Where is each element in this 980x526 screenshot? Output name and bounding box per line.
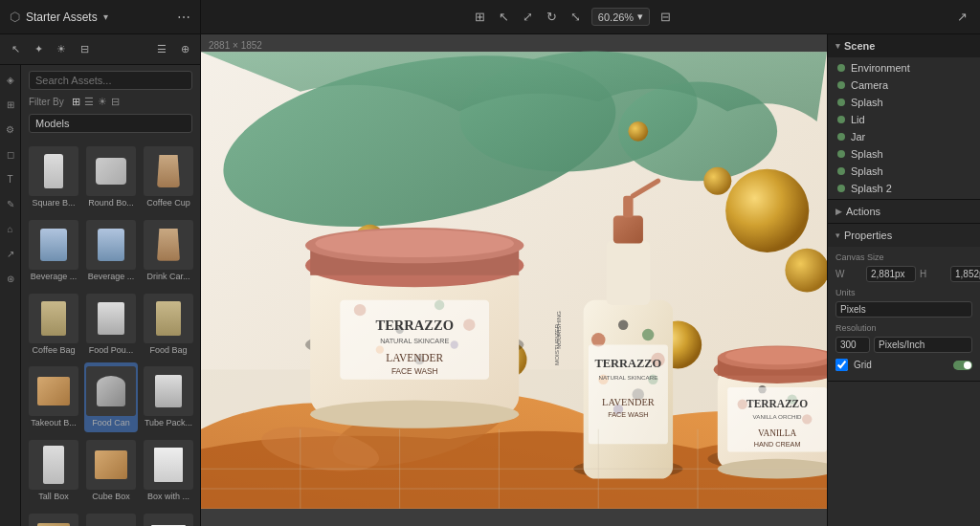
assets-grid: Square B... Round Bo... Coffee Cup Bever… bbox=[21, 139, 200, 526]
svg-point-41 bbox=[642, 329, 654, 340]
sidebar-icon-layers[interactable]: ⊞ bbox=[2, 96, 19, 113]
resolution-label: Resolution bbox=[835, 323, 972, 333]
grid-checkbox[interactable] bbox=[835, 359, 848, 371]
scene-item-0[interactable]: Environment bbox=[828, 59, 980, 77]
asset-item-beverage-2[interactable]: Beverage ... bbox=[84, 216, 138, 286]
scene-item-1[interactable]: Camera bbox=[828, 77, 980, 94]
asset-item-food-pou[interactable]: Food Pou... bbox=[84, 290, 138, 360]
canvas-width-input[interactable] bbox=[866, 266, 916, 282]
svg-point-17 bbox=[310, 401, 519, 428]
sidebar-tool-1[interactable]: ↖ bbox=[6, 40, 25, 59]
units-dropdown[interactable]: Pixels bbox=[835, 301, 972, 318]
asset-item-business[interactable]: Business ... bbox=[84, 510, 138, 526]
sidebar-icon-camera[interactable]: ⌂ bbox=[2, 220, 19, 237]
asset-item-round-bo[interactable]: Round Bo... bbox=[84, 142, 138, 212]
asset-thumb-box-with bbox=[144, 440, 193, 490]
actions-header[interactable]: ▶ Actions bbox=[828, 200, 980, 223]
scene-section: ▾ Scene Environment Camera Splash Lid Ja… bbox=[828, 34, 980, 200]
asset-label-food-pou: Food Pou... bbox=[89, 345, 134, 356]
search-input[interactable] bbox=[29, 71, 192, 90]
scene-item-3[interactable]: Lid bbox=[828, 111, 980, 128]
svg-text:FACE WASH: FACE WASH bbox=[391, 366, 438, 376]
asset-label-food-can: Food Can bbox=[92, 418, 130, 428]
asset-thumb-food-can bbox=[86, 366, 136, 416]
search-bar bbox=[21, 65, 200, 96]
asset-label-beverage-2: Beverage ... bbox=[88, 272, 135, 282]
asset-item-takeout-b[interactable]: Takeout B... bbox=[27, 362, 80, 432]
sidebar-tool-3[interactable]: ☀ bbox=[52, 40, 71, 59]
svg-point-21 bbox=[315, 230, 514, 257]
scene-item-dot-2 bbox=[837, 99, 845, 106]
scene-header[interactable]: ▾ Scene bbox=[828, 34, 980, 57]
main-layout: ↖ ✦ ☀ ⊟ ☰ ⊕ ◈ ⊞ ⚙ ◻ T ✎ ⌂ ↗ ⊛ bbox=[0, 34, 980, 526]
sidebar-icon-settings[interactable]: ⚙ bbox=[2, 121, 19, 138]
sidebar-toolbar: ↖ ✦ ☀ ⊟ ☰ ⊕ bbox=[0, 34, 200, 65]
filter-icon-grid[interactable]: ⊞ bbox=[72, 96, 80, 108]
filter-icon-image[interactable]: ⊟ bbox=[111, 96, 120, 108]
units-row: Pixels bbox=[835, 301, 972, 318]
zoom-control[interactable]: 60.26% ▾ bbox=[591, 8, 650, 26]
grid-toggle[interactable] bbox=[953, 361, 972, 370]
export-icon[interactable]: ↗ bbox=[954, 7, 970, 27]
category-dropdown[interactable]: Models bbox=[29, 114, 192, 133]
asset-item-stack-c[interactable]: Stack of C... bbox=[142, 510, 195, 526]
canvas-height-input[interactable] bbox=[950, 266, 980, 282]
sidebar-tool-4[interactable]: ⊟ bbox=[75, 40, 94, 59]
resolution-unit-dropdown[interactable]: Pixels/Inch bbox=[874, 337, 972, 353]
asset-item-drink-car[interactable]: Drink Car... bbox=[142, 216, 195, 286]
scene-item-6[interactable]: Splash bbox=[828, 163, 980, 180]
svg-point-13 bbox=[703, 167, 731, 195]
scene-item-7[interactable]: Splash 2 bbox=[828, 180, 980, 197]
asset-item-food-bag[interactable]: Food Bag bbox=[142, 290, 195, 360]
sidebar-tool-6[interactable]: ⊕ bbox=[175, 40, 194, 59]
properties-header[interactable]: ▾ Properties bbox=[828, 224, 980, 247]
rotate-icon[interactable]: ↻ bbox=[544, 7, 560, 27]
svg-point-60 bbox=[725, 347, 827, 365]
sidebar-tool-2[interactable]: ✦ bbox=[29, 40, 48, 59]
asset-item-food-can[interactable]: Food Can bbox=[84, 362, 138, 432]
asset-thumb-tied-strin bbox=[29, 514, 78, 526]
sidebar-icon-paint[interactable]: ✎ bbox=[2, 195, 19, 212]
asset-thumb-tall-box bbox=[29, 440, 78, 490]
asset-item-coffee-cup[interactable]: Coffee Cup bbox=[142, 142, 195, 212]
filter-label: Filter By bbox=[29, 97, 64, 107]
asset-item-tied-strin[interactable]: Tied Strin... bbox=[27, 510, 80, 526]
scene-item-dot-6 bbox=[837, 167, 845, 175]
sidebar-tool-5[interactable]: ☰ bbox=[152, 40, 171, 59]
asset-item-coffee-bag[interactable]: Coffee Bag bbox=[27, 290, 80, 360]
resolution-input[interactable] bbox=[835, 337, 870, 353]
asset-item-tall-box[interactable]: Tall Box bbox=[27, 436, 80, 506]
more-options-button[interactable]: ⋯ bbox=[177, 10, 190, 25]
width-label: W bbox=[835, 269, 862, 279]
zoom-value: 60.26% bbox=[598, 11, 634, 23]
sidebar-icon-search[interactable]: ⊛ bbox=[2, 270, 19, 287]
move-icon[interactable]: ⤢ bbox=[520, 7, 536, 27]
scene-item-dot-5 bbox=[837, 150, 845, 158]
scene-item-dot-3 bbox=[837, 116, 845, 123]
grid-view-icon[interactable]: ⊞ bbox=[472, 7, 488, 27]
cursor-icon[interactable]: ↖ bbox=[496, 7, 512, 27]
svg-text:TERRAZZO: TERRAZZO bbox=[375, 318, 453, 333]
starter-assets-icon: ⬡ bbox=[10, 10, 20, 24]
filter-icon-list[interactable]: ☰ bbox=[84, 96, 94, 108]
layout-icon[interactable]: ⊟ bbox=[657, 7, 674, 27]
zoom-chevron-icon: ▾ bbox=[637, 11, 643, 23]
sidebar-icon-type[interactable]: T bbox=[2, 170, 19, 187]
asset-item-box-with[interactable]: Box with ... bbox=[142, 436, 195, 506]
scene-item-label-7: Splash 2 bbox=[851, 183, 892, 194]
svg-point-7 bbox=[725, 169, 809, 252]
sidebar-icon-shapes[interactable]: ◻ bbox=[2, 145, 19, 163]
canvas-viewport[interactable]: TERRAZZO NATURAL SKINCARE LAVENDER FACE … bbox=[201, 34, 827, 526]
asset-item-beverage-1[interactable]: Beverage ... bbox=[27, 216, 80, 286]
scene-item-2[interactable]: Splash bbox=[828, 94, 980, 111]
sidebar-icon-assets[interactable]: ◈ bbox=[2, 71, 19, 88]
filter-icon-sun[interactable]: ☀ bbox=[98, 96, 107, 108]
sidebar-icon-cursor[interactable]: ↗ bbox=[2, 245, 19, 262]
scale-icon[interactable]: ⤡ bbox=[568, 7, 584, 27]
asset-item-cube-box[interactable]: Cube Box bbox=[84, 436, 138, 506]
scene-item-5[interactable]: Splash bbox=[828, 145, 980, 163]
asset-thumb-takeout-b bbox=[29, 366, 78, 416]
scene-item-4[interactable]: Jar bbox=[828, 128, 980, 145]
asset-item-tube-pack[interactable]: Tube Pack... bbox=[142, 362, 195, 432]
asset-item-square-b[interactable]: Square B... bbox=[27, 142, 80, 212]
